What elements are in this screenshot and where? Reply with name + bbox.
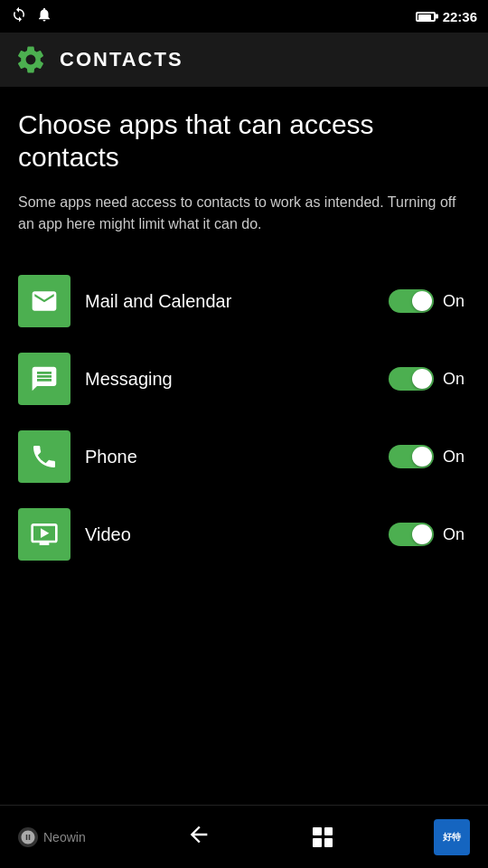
toggle-label-mail-calendar: On: [443, 292, 470, 311]
toggle-mail-calendar[interactable]: [389, 289, 434, 313]
time-display: 22:36: [443, 9, 477, 24]
back-button[interactable]: [186, 822, 211, 853]
toggle-container-mail-calendar: On: [389, 289, 470, 313]
app-item-mail-calendar: Mail and Calendar On: [18, 262, 470, 340]
page-title: Choose apps that can access contacts: [18, 108, 470, 174]
status-bar-right: 22:36: [416, 9, 477, 24]
toggle-label-phone: On: [443, 448, 470, 467]
toggle-container-messaging: On: [389, 367, 470, 391]
toggle-messaging[interactable]: [389, 367, 434, 391]
toggle-knob: [412, 291, 432, 311]
toggle-knob: [412, 369, 432, 389]
sync-icon: [11, 6, 27, 26]
app-item-video: Video On: [18, 495, 470, 573]
win-grid-cell-1: [313, 827, 322, 836]
app-list: Mail and Calendar On Messaging On: [18, 262, 470, 573]
neowin-logo: [18, 827, 38, 847]
toggle-container-phone: On: [389, 445, 470, 468]
toggle-phone[interactable]: [389, 445, 434, 468]
win-grid-cell-4: [324, 838, 333, 847]
page-header: CONTACTS: [0, 33, 488, 87]
battery-icon: [416, 12, 436, 22]
notification-icon: [36, 6, 52, 26]
windows-button[interactable]: [313, 827, 333, 847]
win-grid-cell-3: [313, 838, 322, 847]
app-name-messaging: Messaging: [85, 369, 374, 390]
brand-area: Neowin: [18, 827, 86, 847]
gear-icon: [14, 43, 47, 76]
main-content: Choose apps that can access contacts Som…: [0, 87, 488, 573]
toggle-label-video: On: [443, 525, 470, 544]
page-description: Some apps need access to contacts to wor…: [18, 192, 470, 235]
app-item-phone: Phone On: [18, 418, 470, 495]
status-bar-left: [11, 6, 52, 26]
toggle-container-video: On: [389, 523, 470, 546]
windows-grid-icon: [313, 827, 333, 847]
bottom-nav: Neowin 好特: [0, 805, 488, 868]
app-name-video: Video: [85, 524, 374, 545]
app-item-messaging: Messaging On: [18, 340, 470, 418]
toggle-knob: [412, 447, 432, 467]
mail-calendar-icon: [18, 275, 70, 327]
status-bar: 22:36: [0, 0, 488, 33]
app-name-phone: Phone: [85, 447, 374, 467]
haote-badge: 好特: [434, 819, 470, 855]
messaging-icon: [18, 353, 70, 405]
header-title: CONTACTS: [60, 48, 183, 71]
brand-name: Neowin: [43, 830, 86, 844]
toggle-knob: [412, 524, 432, 544]
app-name-mail-calendar: Mail and Calendar: [85, 291, 374, 312]
video-icon: [18, 508, 70, 561]
toggle-video[interactable]: [389, 523, 434, 546]
phone-icon: [18, 430, 70, 483]
win-grid-cell-2: [324, 827, 333, 836]
toggle-label-messaging: On: [443, 370, 470, 389]
